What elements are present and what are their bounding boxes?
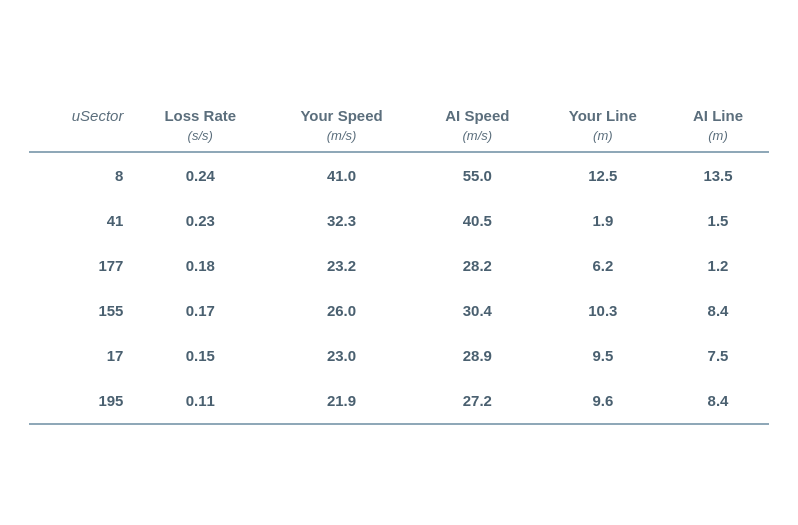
cell-aispeed: 28.2 — [416, 243, 539, 288]
col-header-usector: uSector — [29, 101, 133, 126]
cell-yourspeed: 23.0 — [267, 333, 416, 378]
cell-aispeed: 55.0 — [416, 153, 539, 198]
cell-aispeed: 30.4 — [416, 288, 539, 333]
cell-yourline: 9.6 — [539, 378, 667, 424]
cell-aispeed: 28.9 — [416, 333, 539, 378]
col-header-lossrate: Loss Rate — [133, 101, 267, 126]
table-row: 410.2332.340.51.91.5 — [29, 198, 769, 243]
cell-usector: 155 — [29, 288, 133, 333]
cell-aispeed: 27.2 — [416, 378, 539, 424]
table-row: 170.1523.028.99.57.5 — [29, 333, 769, 378]
cell-lossrate: 0.23 — [133, 198, 267, 243]
data-table: uSector Loss Rate Your Speed AI Speed Yo… — [29, 101, 769, 425]
cell-ailine: 8.4 — [667, 378, 769, 424]
cell-yourspeed: 23.2 — [267, 243, 416, 288]
cell-usector: 177 — [29, 243, 133, 288]
col-unit-usector — [29, 126, 133, 152]
cell-lossrate: 0.11 — [133, 378, 267, 424]
table-row: 1550.1726.030.410.38.4 — [29, 288, 769, 333]
col-header-yourspeed: Your Speed — [267, 101, 416, 126]
table-container: uSector Loss Rate Your Speed AI Speed Yo… — [19, 81, 779, 445]
cell-ailine: 7.5 — [667, 333, 769, 378]
cell-aispeed: 40.5 — [416, 198, 539, 243]
col-header-ailine: AI Line — [667, 101, 769, 126]
cell-lossrate: 0.17 — [133, 288, 267, 333]
cell-yourline: 9.5 — [539, 333, 667, 378]
col-unit-lossrate: (s/s) — [133, 126, 267, 152]
table-row: 1770.1823.228.26.21.2 — [29, 243, 769, 288]
cell-usector: 8 — [29, 153, 133, 198]
cell-ailine: 1.5 — [667, 198, 769, 243]
table-row: 80.2441.055.012.513.5 — [29, 153, 769, 198]
cell-yourspeed: 26.0 — [267, 288, 416, 333]
cell-lossrate: 0.18 — [133, 243, 267, 288]
cell-ailine: 13.5 — [667, 153, 769, 198]
cell-ailine: 8.4 — [667, 288, 769, 333]
cell-usector: 195 — [29, 378, 133, 424]
cell-lossrate: 0.24 — [133, 153, 267, 198]
cell-yourline: 6.2 — [539, 243, 667, 288]
cell-usector: 17 — [29, 333, 133, 378]
col-unit-ailine: (m) — [667, 126, 769, 152]
cell-ailine: 1.2 — [667, 243, 769, 288]
cell-yourspeed: 41.0 — [267, 153, 416, 198]
table-row: 1950.1121.927.29.68.4 — [29, 378, 769, 424]
col-header-yourline: Your Line — [539, 101, 667, 126]
col-unit-yourspeed: (m/s) — [267, 126, 416, 152]
col-header-aispeed: AI Speed — [416, 101, 539, 126]
cell-yourspeed: 32.3 — [267, 198, 416, 243]
cell-yourspeed: 21.9 — [267, 378, 416, 424]
cell-yourline: 12.5 — [539, 153, 667, 198]
cell-yourline: 1.9 — [539, 198, 667, 243]
cell-usector: 41 — [29, 198, 133, 243]
cell-yourline: 10.3 — [539, 288, 667, 333]
col-unit-aispeed: (m/s) — [416, 126, 539, 152]
col-unit-yourline: (m) — [539, 126, 667, 152]
cell-lossrate: 0.15 — [133, 333, 267, 378]
